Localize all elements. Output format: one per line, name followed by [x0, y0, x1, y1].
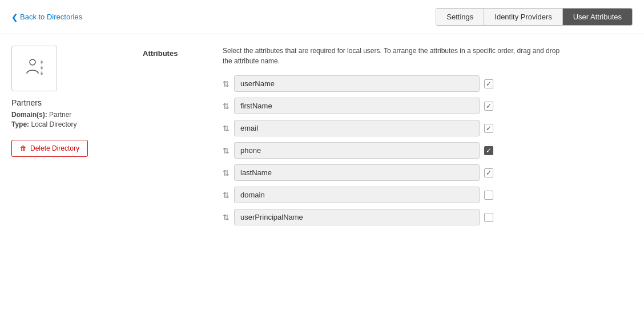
drag-handle-username[interactable]: ⇅	[223, 79, 230, 88]
domains-label: Domain(s):	[11, 111, 47, 119]
attribute-checkbox-username[interactable]: ✓	[484, 79, 493, 88]
attribute-checkbox-phone[interactable]: ✓	[484, 146, 493, 155]
main-content: Partners Domain(s): Partner Type: Local …	[0, 34, 644, 243]
attribute-input-domain	[234, 187, 480, 203]
directory-name: Partners	[11, 98, 126, 107]
attribute-input-firstname	[234, 98, 480, 114]
svg-point-3	[41, 67, 43, 69]
drag-handle-phone[interactable]: ⇅	[223, 146, 230, 155]
directory-icon	[11, 46, 57, 91]
attribute-input-userprincipalname	[234, 209, 480, 225]
attribute-row-firstname: ⇅ ✓	[223, 98, 615, 114]
attribute-row-email: ⇅ ✓	[223, 120, 615, 136]
attribute-checkbox-lastname[interactable]: ✓	[484, 168, 493, 177]
attribute-row-userprincipalname: ⇅	[223, 209, 615, 225]
attribute-input-lastname	[234, 164, 480, 181]
tab-user-attributes[interactable]: User Attributes	[563, 9, 632, 25]
svg-point-2	[41, 61, 43, 63]
attributes-content: Attributes Select the attributes that ar…	[126, 46, 633, 231]
back-to-directories-link[interactable]: ❮ Back to Directories	[11, 13, 82, 22]
sidebar: Partners Domain(s): Partner Type: Local …	[11, 46, 126, 231]
svg-point-0	[30, 59, 35, 65]
attribute-row-lastname: ⇅ ✓	[223, 164, 615, 181]
drag-handle-domain[interactable]: ⇅	[223, 191, 230, 200]
drag-handle-email[interactable]: ⇅	[223, 124, 230, 133]
domains-meta: Domain(s): Partner	[11, 111, 126, 119]
directory-svg-icon	[20, 54, 49, 83]
tab-identity-providers[interactable]: Identity Providers	[484, 9, 562, 25]
attributes-section-label: Attributes	[143, 46, 200, 231]
type-value: Local Directory	[31, 120, 77, 128]
attributes-panel: Select the attributes that are required …	[223, 46, 615, 231]
tab-settings[interactable]: Settings	[436, 9, 484, 25]
attribute-checkbox-userprincipalname[interactable]	[484, 213, 493, 222]
back-link-label: Back to Directories	[20, 13, 82, 21]
attribute-row-domain: ⇅	[223, 187, 615, 203]
delete-directory-button[interactable]: 🗑 Delete Directory	[11, 140, 88, 157]
chevron-left-icon: ❮	[11, 13, 18, 22]
attribute-checkbox-firstname[interactable]: ✓	[484, 102, 493, 111]
attribute-row-username: ⇅ ✓	[223, 75, 615, 92]
attribute-input-email	[234, 120, 480, 136]
attributes-description: Select the attributes that are required …	[223, 46, 565, 66]
content-layout: Attributes Select the attributes that ar…	[143, 46, 615, 231]
drag-handle-lastname[interactable]: ⇅	[223, 168, 230, 177]
attribute-checkbox-domain[interactable]	[484, 191, 493, 200]
type-label: Type:	[11, 120, 29, 128]
attribute-checkbox-email[interactable]: ✓	[484, 124, 493, 133]
attribute-input-phone	[234, 142, 480, 159]
trash-icon: 🗑	[20, 144, 27, 152]
delete-directory-label: Delete Directory	[30, 144, 79, 152]
domains-value: Partner	[49, 111, 71, 119]
page-header: ❮ Back to Directories Settings Identity …	[0, 0, 644, 34]
tab-group: Settings Identity Providers User Attribu…	[436, 8, 633, 26]
svg-point-4	[41, 72, 43, 75]
drag-handle-userprincipalname[interactable]: ⇅	[223, 213, 230, 222]
drag-handle-firstname[interactable]: ⇅	[223, 102, 230, 111]
attribute-row-phone: ⇅ ✓	[223, 142, 615, 159]
type-meta: Type: Local Directory	[11, 120, 126, 128]
attribute-input-username	[234, 75, 480, 92]
